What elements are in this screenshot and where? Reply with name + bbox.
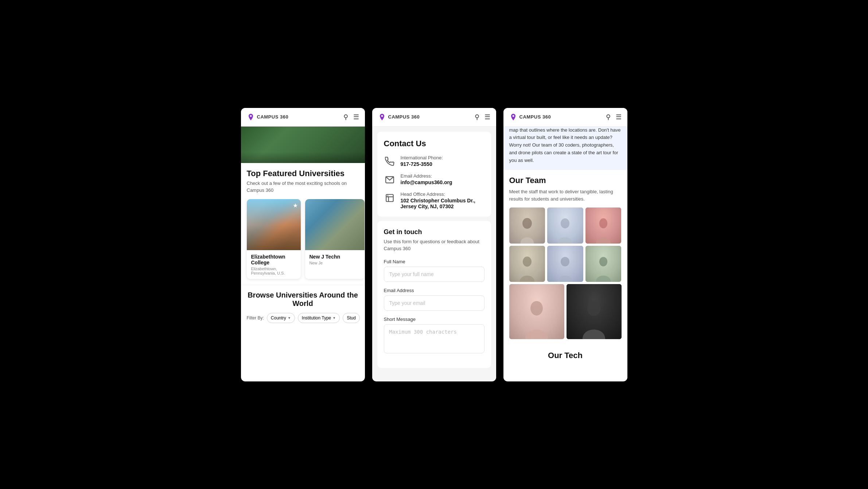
header-icons-3: ⚲ ☰: [606, 113, 622, 121]
logo-text: CAMPUS 360: [257, 114, 289, 120]
team-photo-2[interactable]: [547, 207, 583, 244]
svg-point-13: [587, 300, 601, 316]
screens-container: CAMPUS 360 ⚲ ☰ Top Featured Universities…: [241, 108, 627, 381]
team-photo-1[interactable]: [509, 207, 545, 244]
study-filter-label: Stud: [347, 315, 356, 321]
header-icons: ⚲ ☰: [343, 113, 359, 121]
short-message-group: Short Message: [384, 317, 484, 355]
menu-icon-3[interactable]: ☰: [616, 113, 622, 121]
logo-pin-icon-3: [509, 113, 517, 121]
header-screen1: CAMPUS 360 ⚲ ☰: [241, 108, 365, 127]
our-team-title: Our Team: [509, 176, 622, 185]
address-contact-item: A Head Office Address: 102 Christopher C…: [384, 191, 484, 209]
person-silhouette-6: [593, 255, 614, 282]
search-icon[interactable]: ⚲: [343, 113, 348, 121]
phone-contact-info: International Phone: 917-725-3550: [401, 155, 443, 167]
email-address-label: Email Address: [384, 288, 484, 293]
institution-type-label: Institution Type: [302, 315, 331, 321]
person-silhouette-8: [577, 298, 611, 339]
person-silhouette-2: [554, 217, 576, 244]
email-address-input[interactable]: [384, 295, 484, 311]
card-body-elizabethtown: Elizabethtown College Elizabethtown, Pen…: [247, 250, 301, 279]
search-icon-3[interactable]: ⚲: [606, 113, 611, 121]
our-tech-title: Our Tech: [509, 351, 622, 360]
card-image-newjersey: [305, 199, 365, 250]
university-card-newjersey[interactable]: New J Techn New Je: [305, 199, 365, 279]
phone-contact-item: International Phone: 917-725-3550: [384, 155, 484, 167]
header-screen3: CAMPUS 360 ⚲ ☰: [503, 108, 627, 127]
full-name-label: Full Name: [384, 259, 484, 264]
chevron-down-icon-2: ▼: [332, 316, 336, 320]
about-text: map that outlines where the locations ar…: [509, 127, 622, 164]
uni-name-newjersey: New J Techn: [310, 254, 360, 260]
svg-text:A: A: [387, 194, 389, 197]
menu-icon-2[interactable]: ☰: [484, 113, 490, 121]
phone-screen-3: CAMPUS 360 ⚲ ☰ map that outlines where t…: [503, 108, 627, 381]
team-photo-7[interactable]: [509, 284, 564, 339]
address-contact-info: Head Office Address: 102 Christopher Col…: [401, 191, 484, 209]
featured-title: Top Featured Universities: [241, 163, 365, 180]
filter-by-label: Filter By:: [247, 315, 264, 321]
favorite-star-icon[interactable]: ★: [293, 202, 298, 209]
menu-icon[interactable]: ☰: [353, 113, 359, 121]
browse-title: Browse Universities Around the World: [247, 291, 359, 308]
logo-text-3: CAMPUS 360: [519, 114, 551, 120]
svg-point-5: [512, 115, 514, 117]
header-icons-2: ⚲ ☰: [475, 113, 490, 121]
phone-value: 917-725-3550: [401, 161, 443, 167]
person-silhouette-7: [520, 298, 553, 339]
email-value: info@campus360.org: [401, 179, 452, 185]
team-photo-6[interactable]: [585, 246, 622, 282]
our-team-subtitle: Meet the staff that work to deliver tang…: [509, 188, 622, 202]
short-message-label: Short Message: [384, 317, 484, 322]
team-photo-8[interactable]: [567, 284, 622, 339]
institution-type-filter-button[interactable]: Institution Type ▼: [298, 313, 340, 323]
study-filter-button[interactable]: Stud: [343, 313, 360, 323]
svg-point-9: [523, 256, 532, 267]
hero-image: [241, 127, 365, 163]
svg-point-1: [381, 115, 383, 117]
phone-icon: [384, 156, 396, 167]
address-icon: A: [384, 192, 396, 204]
screen3-content: map that outlines where the locations ar…: [503, 127, 627, 381]
contact-info-card: Contact Us International Phone: 917-725-…: [377, 132, 491, 217]
contact-title: Contact Us: [384, 139, 484, 148]
form-subtitle: Use this form for questions or feedback …: [384, 238, 484, 252]
short-message-textarea[interactable]: [384, 324, 484, 353]
search-icon-2[interactable]: ⚲: [475, 113, 479, 121]
logo-area: CAMPUS 360: [247, 113, 289, 121]
team-grid-top: [509, 207, 622, 282]
university-cards: ★ Elizabethtown College Elizabethtown, P…: [241, 199, 365, 285]
screen1-content: Top Featured Universities Check out a fe…: [241, 127, 365, 381]
chevron-down-icon: ▼: [288, 316, 291, 320]
about-text-section: map that outlines where the locations ar…: [503, 127, 627, 170]
email-address-group: Email Address: [384, 288, 484, 311]
email-label: Email Address:: [401, 173, 452, 179]
address-value: 102 Christopher Columbus Dr., Jersey Cit…: [401, 198, 484, 209]
person-silhouette-3: [593, 217, 614, 244]
svg-point-11: [599, 257, 607, 266]
uni-name-elizabethtown: Elizabethtown College: [251, 254, 296, 265]
full-name-input[interactable]: [384, 267, 484, 282]
svg-point-10: [561, 257, 569, 266]
university-card-elizabethtown[interactable]: ★ Elizabethtown College Elizabethtown, P…: [247, 199, 301, 279]
logo-area-2: CAMPUS 360: [378, 113, 420, 121]
team-photo-3[interactable]: [585, 207, 622, 244]
logo-text-2: CAMPUS 360: [388, 114, 420, 120]
team-photo-5[interactable]: [547, 246, 583, 282]
svg-point-6: [522, 218, 532, 229]
team-photo-4[interactable]: [509, 246, 545, 282]
logo-area-3: CAMPUS 360: [509, 113, 551, 121]
our-tech-section: Our Tech: [503, 345, 627, 366]
our-team-section: Our Team Meet the staff that work to del…: [503, 170, 627, 345]
phone-screen-1: CAMPUS 360 ⚲ ☰ Top Featured Universities…: [241, 108, 365, 381]
team-grid-bottom: [509, 284, 622, 339]
screen2-content: Contact Us International Phone: 917-725-…: [372, 127, 496, 381]
logo-pin-icon: [247, 113, 255, 121]
person-silhouette-1: [516, 217, 538, 244]
header-screen2: CAMPUS 360 ⚲ ☰: [372, 108, 496, 127]
country-filter-button[interactable]: Country ▼: [267, 313, 295, 323]
email-icon: [384, 174, 396, 186]
address-label: Head Office Address:: [401, 191, 484, 197]
svg-point-12: [530, 301, 543, 315]
